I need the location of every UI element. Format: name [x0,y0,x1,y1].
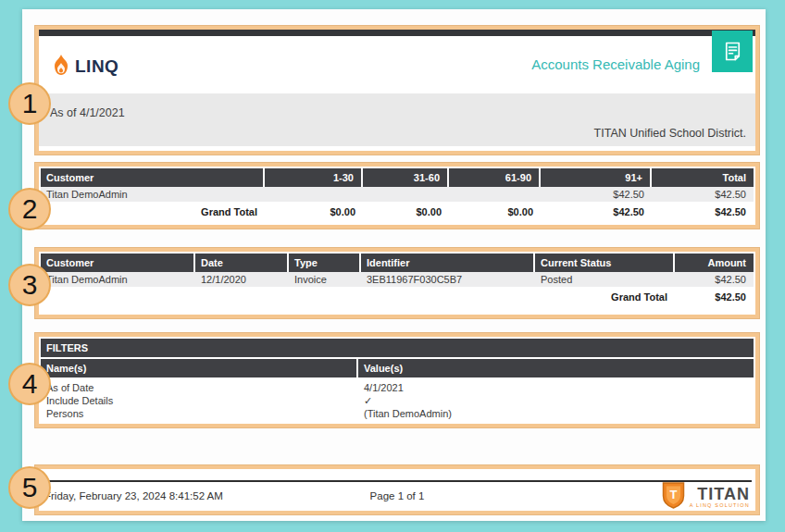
grand-total-61-90: $0.00 [449,204,541,220]
column-header-customer: Customer [41,254,195,272]
header-top-bar [39,30,755,36]
detail-header-row: Customer Date Type Identifier Current St… [41,254,754,272]
aging-grand-total-row: Grand Total $0.00 $0.00 $0.00 $42.50 $42… [41,204,754,220]
district-name: TITAN Unified School District. [594,127,746,140]
linq-flame-icon [52,54,70,80]
cell-amount: $42.50 [675,272,754,287]
callout-number-5: 5 [8,466,51,509]
callout-number-3: 3 [8,264,51,306]
report-document-icon [712,31,753,72]
filter-value: (Titan DemoAdmin) [358,407,754,420]
column-header-61-90: 61-90 [449,168,541,187]
cell-date: 12/1/2020 [195,272,289,287]
cell-type: Invoice [289,272,361,287]
filters-rows: As of Date 4/1/2021 Include Details ✓ Pe… [41,377,754,420]
filters-section-highlight: FILTERS Name(s) Value(s) As of Date 4/1/… [35,333,759,427]
grand-total-total: $42.50 [652,204,754,220]
report-subheader-band: As of 4/1/2021 TITAN Unified School Dist… [39,93,755,146]
grand-total-31-60: $0.00 [363,204,449,220]
filter-name: As of Date [41,381,358,394]
header-section-highlight: LINQ Accounts Receivable Aging As of 4/1… [35,26,759,155]
detail-grand-total-row: Grand Total $42.50 [41,289,754,305]
callout-number-4: 4 [8,363,51,405]
as-of-date-label: As of 4/1/2021 [50,106,125,119]
grand-total-91-plus: $42.50 [541,204,652,220]
cell-total: $42.50 [652,187,754,202]
titan-logo-text: TITAN A LINQ SOLUTION [690,486,750,509]
cell-31-60 [363,187,449,202]
filter-name: Include Details [41,394,358,407]
cell-customer: Titan DemoAdmin [41,187,265,202]
column-header-customer: Customer [41,168,265,187]
filter-row-include-details: Include Details ✓ [41,394,754,407]
aging-summary-header-row: Customer 1-30 31-60 61-90 91+ Total [41,168,754,187]
filter-row-as-of-date: As of Date 4/1/2021 [41,381,754,394]
cell-61-90 [449,187,541,202]
column-header-names: Name(s) [41,359,358,377]
svg-text:T: T [669,488,677,501]
cell-identifier: 3EB11967F030C5B7 [361,272,535,287]
column-header-91-plus: 91+ [541,168,652,187]
filter-value-checkmark: ✓ [358,394,754,407]
callout-number-1: 1 [8,82,51,125]
column-header-identifier: Identifier [361,254,535,272]
cell-1-30 [265,187,363,202]
grand-total-amount: $42.50 [675,289,754,305]
cell-current-status: Posted [535,272,675,287]
titan-shield-icon: T [661,481,686,513]
column-header-amount: Amount [675,254,754,272]
titan-tagline-text: A LINQ SOLUTION [690,503,750,509]
screenshot-root: { "annotations": { "callouts": ["1", "2"… [0,0,785,532]
column-header-date: Date [195,254,289,272]
grand-total-label: Grand Total [41,289,675,305]
titan-brand-text: TITAN [697,486,750,502]
grand-total-1-30: $0.00 [265,204,363,220]
column-header-current-status: Current Status [535,254,675,272]
detail-section-highlight: Customer Date Type Identifier Current St… [35,248,759,318]
grand-total-label: Grand Total [41,204,265,220]
titan-logo: T TITAN A LINQ SOLUTION [661,481,750,513]
footer-row: Friday, February 23, 2024 8:41:52 AM Pag… [39,482,755,509]
column-header-values: Value(s) [358,359,754,377]
linq-logo-text: LINQ [75,56,118,77]
table-row: Titan DemoAdmin 12/1/2020 Invoice 3EB119… [41,272,754,289]
aging-summary-section-highlight: Customer 1-30 31-60 61-90 91+ Total Tita… [35,163,759,229]
cell-91-plus: $42.50 [541,187,652,202]
column-header-type: Type [289,254,361,272]
filter-value: 4/1/2021 [358,381,754,394]
report-title: Accounts Receivable Aging [531,56,700,72]
column-header-31-60: 31-60 [363,168,449,187]
filter-row-persons: Persons (Titan DemoAdmin) [41,407,754,420]
callout-number-2: 2 [8,188,51,230]
filter-name: Persons [41,407,358,420]
report-header: LINQ Accounts Receivable Aging [39,36,755,97]
generated-timestamp: Friday, February 23, 2024 8:41:52 AM [44,490,223,501]
column-header-total: Total [652,168,754,187]
footer-section-highlight: Friday, February 23, 2024 8:41:52 AM Pag… [35,465,759,514]
filters-header-row: Name(s) Value(s) [41,359,754,377]
column-header-1-30: 1-30 [265,168,363,187]
cell-customer: Titan DemoAdmin [41,272,195,287]
linq-logo: LINQ [52,54,118,80]
filters-title-bar: FILTERS [41,339,754,357]
table-row: Titan DemoAdmin $42.50 $42.50 [41,187,754,204]
